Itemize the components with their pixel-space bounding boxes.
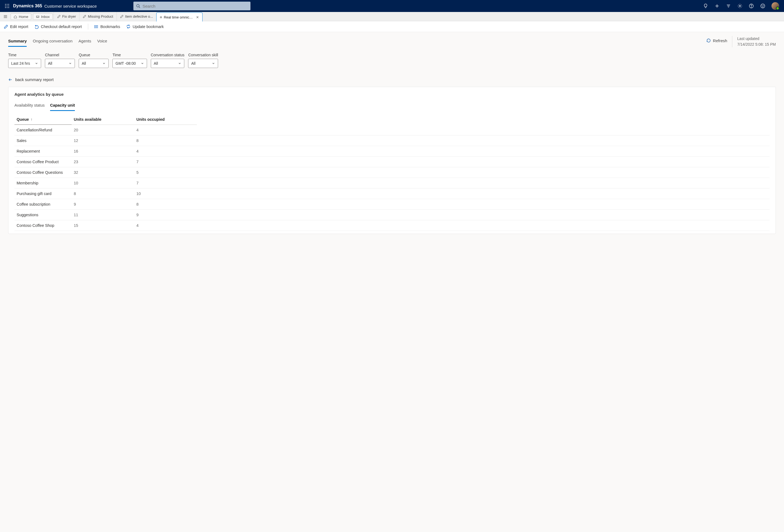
svg-point-17 xyxy=(739,5,741,7)
list-icon xyxy=(94,25,99,29)
tab-label: Item defective o... xyxy=(125,14,153,19)
table-row[interactable]: Contoso Coffee Product 23 7 xyxy=(15,157,769,167)
cell-available: 8 xyxy=(72,188,134,199)
bookmarks-button[interactable]: Bookmarks xyxy=(94,25,120,29)
capacity-table: Queue↑ Units available Units occupied Ca… xyxy=(15,115,769,231)
filter-value: All xyxy=(191,61,195,65)
filter-select[interactable]: GMT -08:00 xyxy=(112,59,147,68)
table-row[interactable]: Contoso Coffee Questions 32 5 xyxy=(15,167,769,178)
cell-available: 20 xyxy=(72,124,134,136)
cell-queue: Coffee subscription xyxy=(15,199,72,210)
page-tab-summary[interactable]: Summary xyxy=(8,37,27,47)
cell-available: 23 xyxy=(72,157,134,167)
cell-queue: Contoso Coffee Product xyxy=(15,157,72,167)
app-launcher-icon[interactable] xyxy=(3,2,11,10)
inbox-label: Inbox xyxy=(41,15,50,19)
home-icon xyxy=(13,15,17,19)
filter-value: GMT -08:00 xyxy=(115,61,136,65)
card-sub-tabs: Availability statusCapacity unit xyxy=(15,101,769,111)
tab-label: Missing Product xyxy=(88,14,113,19)
filter-conversation-skill-5: Conversation skill All xyxy=(188,53,218,68)
table-row[interactable]: Contoso Coffee Shop 15 4 xyxy=(15,220,769,231)
filter-label: Channel xyxy=(45,53,75,57)
chevron-down-icon xyxy=(35,62,38,65)
filter-icon[interactable] xyxy=(726,3,731,9)
lightbulb-icon[interactable] xyxy=(703,3,708,9)
filter-queue-2: Queue All xyxy=(79,53,109,68)
global-search[interactable] xyxy=(133,2,250,10)
sub-tab-capacity-unit[interactable]: Capacity unit xyxy=(50,101,75,111)
refresh-button[interactable]: Refresh xyxy=(706,36,727,43)
plus-icon[interactable] xyxy=(714,3,720,9)
table-row[interactable]: Suggestions 11 9 xyxy=(15,210,769,220)
page-tab-ongoing-conversation[interactable]: Ongoing conversation xyxy=(33,37,73,47)
checkout-report-button[interactable]: Checkout default report xyxy=(34,24,82,29)
filter-time-3: Time GMT -08:00 xyxy=(112,53,147,68)
edit-report-button[interactable]: Edit report xyxy=(4,25,28,29)
report-page-tabs: SummaryOngoing conversationAgentsVoice xyxy=(8,36,107,47)
svg-point-3 xyxy=(5,6,6,6)
table-row[interactable]: Purchasing gift card 8 10 xyxy=(15,188,769,199)
header-icons xyxy=(703,2,781,10)
workspace-tab[interactable]: Fix dryer xyxy=(54,12,80,21)
svg-point-6 xyxy=(5,7,6,8)
filter-channel-1: Channel All xyxy=(45,53,75,68)
svg-point-9 xyxy=(137,4,139,7)
svg-point-33 xyxy=(94,26,95,27)
refresh-circle-icon xyxy=(706,38,711,43)
brand-name: Dynamics 365 xyxy=(13,3,42,8)
filter-value: All xyxy=(154,61,158,65)
col-units-available[interactable]: Units available xyxy=(72,115,134,124)
filter-select[interactable]: All xyxy=(45,59,75,68)
filter-select[interactable]: All xyxy=(188,59,218,68)
hamburger-icon[interactable] xyxy=(1,12,10,21)
workspace-tab[interactable]: Missing Product xyxy=(79,12,116,21)
smiley-icon[interactable] xyxy=(760,3,765,9)
cell-available: 9 xyxy=(72,199,134,210)
svg-point-7 xyxy=(7,7,8,8)
workspace-name: Customer service workspace xyxy=(45,4,97,8)
cell-available: 10 xyxy=(72,178,134,188)
col-units-occupied[interactable]: Units occupied xyxy=(134,115,197,124)
col-queue[interactable]: Queue↑ xyxy=(15,115,72,124)
pencil-icon xyxy=(57,15,61,18)
svg-point-5 xyxy=(8,6,9,6)
cell-occupied: 4 xyxy=(134,146,197,157)
avatar[interactable] xyxy=(772,2,779,10)
filter-select[interactable]: Last 24 hrs xyxy=(8,59,41,68)
close-icon[interactable]: ✕ xyxy=(196,15,199,19)
cell-available: 11 xyxy=(72,210,134,220)
chevron-down-icon xyxy=(178,62,181,65)
filter-label: Conversation status xyxy=(151,53,185,57)
pencil-icon xyxy=(83,15,86,18)
filter-label: Conversation skill xyxy=(188,53,218,57)
filter-select[interactable]: All xyxy=(151,59,185,68)
search-input[interactable] xyxy=(142,4,248,8)
workspace-tab[interactable]: Real time omnichannel an...✕ xyxy=(156,12,202,22)
svg-point-34 xyxy=(94,27,95,28)
svg-point-32 xyxy=(94,25,95,26)
cell-occupied: 9 xyxy=(134,210,197,220)
page-tab-voice[interactable]: Voice xyxy=(97,37,107,47)
gear-icon[interactable] xyxy=(737,3,743,9)
home-label: Home xyxy=(19,15,28,19)
table-row[interactable]: Sales 12 8 xyxy=(15,136,769,146)
table-row[interactable]: Coffee subscription 9 8 xyxy=(15,199,769,210)
workspace-tab[interactable]: Item defective o... xyxy=(116,12,157,21)
inbox-pill[interactable]: Inbox xyxy=(33,13,53,20)
chevron-down-icon xyxy=(212,62,215,65)
table-row[interactable]: Cancellation/Refund 20 4 xyxy=(15,124,769,136)
page-tab-agents[interactable]: Agents xyxy=(78,37,91,47)
cell-available: 15 xyxy=(72,220,134,231)
sub-tab-availability-status[interactable]: Availability status xyxy=(15,101,45,111)
update-bookmark-button[interactable]: Update bookmark xyxy=(126,24,164,29)
back-summary-link[interactable]: back summary report xyxy=(8,77,776,82)
table-row[interactable]: Membership 10 7 xyxy=(15,178,769,188)
home-pill[interactable]: Home xyxy=(10,13,31,20)
global-header: Dynamics 365 Customer service workspace xyxy=(0,0,784,12)
filter-select[interactable]: All xyxy=(79,59,109,68)
filter-time-0: Time Last 24 hrs xyxy=(8,53,41,68)
table-row[interactable]: Replacement 16 4 xyxy=(15,146,769,157)
cell-occupied: 8 xyxy=(134,136,197,146)
help-icon[interactable] xyxy=(749,3,754,9)
